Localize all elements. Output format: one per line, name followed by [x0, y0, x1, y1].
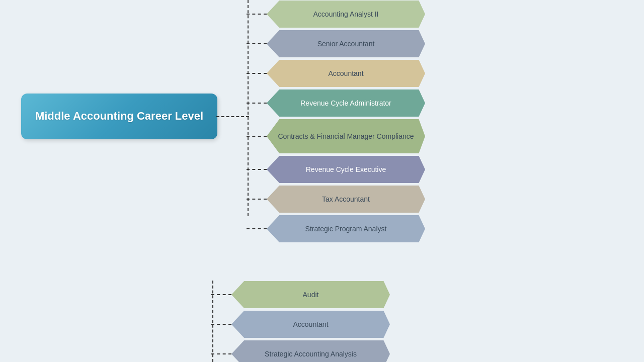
branch-label-revenue-cycle-exec: Revenue Cycle Executive: [296, 165, 396, 174]
branch-wrapper-3: Revenue Cycle Administrator: [267, 89, 425, 117]
h-connector-7: [247, 228, 267, 229]
h-connector-bottom-2: [211, 353, 231, 354]
branch-label-accountant: Accountant: [318, 69, 373, 78]
branch-label-senior-accountant: Senior Accountant: [307, 39, 385, 48]
branch-wrapper-7: Strategic Program Analyst: [267, 215, 425, 242]
branch-label-tax-accountant: Tax Accountant: [312, 195, 380, 204]
branch-wrapper-bottom-2: Strategic Accounting Analysis: [231, 340, 390, 362]
branch-wrapper-bottom-0: Audit: [231, 281, 390, 308]
h-connector-bottom-1: [211, 324, 231, 325]
branch-wrapper-2: Accountant: [267, 60, 425, 87]
h-connector-main: [216, 116, 249, 117]
branch-wrapper-6: Tax Accountant: [267, 186, 425, 213]
branch-label-accountant-2: Accountant: [283, 320, 338, 329]
branch-node-accountant[interactable]: Accountant: [267, 60, 425, 87]
branch-node-strategic-accounting[interactable]: Strategic Accounting Analysis: [231, 340, 390, 362]
branch-node-senior-accountant[interactable]: Senior Accountant: [267, 30, 425, 57]
branch-node-accountant-2[interactable]: Accountant: [231, 311, 390, 338]
branch-wrapper-5: Revenue Cycle Executive: [267, 156, 425, 183]
branch-node-contracts-manager[interactable]: Contracts & Financial Manager Compliance: [267, 119, 425, 153]
branch-node-accounting-analyst[interactable]: Accounting Analyst II: [267, 1, 425, 28]
vertical-connector-top: [248, 0, 249, 216]
branch-wrapper-0: Accounting Analyst II: [267, 1, 425, 28]
branch-label-strategic-analyst: Strategic Program Analyst: [295, 224, 397, 233]
h-connector-6: [247, 199, 267, 200]
bottom-branch-container: Audit Accountant Strategic Accounting An…: [231, 281, 390, 362]
branch-label-accounting-analyst: Accounting Analyst II: [303, 10, 389, 19]
h-connector-1: [247, 43, 267, 44]
h-connector-3: [247, 103, 267, 104]
central-node-label: Middle Accounting Career Level: [35, 109, 203, 124]
branch-node-tax-accountant[interactable]: Tax Accountant: [267, 186, 425, 213]
h-connector-4: [247, 136, 267, 137]
branch-wrapper-4: Contracts & Financial Manager Compliance: [267, 119, 425, 153]
central-node: Middle Accounting Career Level: [21, 94, 217, 139]
branch-node-audit[interactable]: Audit: [231, 281, 390, 308]
branch-label-audit: Audit: [293, 290, 329, 299]
branch-wrapper-bottom-1: Accountant: [231, 311, 390, 338]
branch-label-revenue-cycle-admin: Revenue Cycle Administrator: [290, 99, 401, 108]
branch-label-strategic-accounting: Strategic Accounting Analysis: [255, 349, 367, 358]
branch-label-contracts-manager: Contracts & Financial Manager Compliance: [268, 132, 424, 141]
branch-node-revenue-cycle-admin[interactable]: Revenue Cycle Administrator: [267, 89, 425, 117]
h-connector-2: [247, 73, 267, 74]
branch-node-strategic-analyst[interactable]: Strategic Program Analyst: [267, 215, 425, 242]
h-connector-5: [247, 169, 267, 170]
h-connector-0: [247, 14, 267, 15]
top-branch-container: Accounting Analyst II Senior Accountant …: [267, 0, 425, 243]
h-connector-bottom-0: [211, 294, 231, 295]
diagram-container: Middle Accounting Career Level Accountin…: [0, 0, 644, 362]
vertical-connector-bottom: [212, 281, 213, 362]
branch-node-revenue-cycle-exec[interactable]: Revenue Cycle Executive: [267, 156, 425, 183]
branch-wrapper-1: Senior Accountant: [267, 30, 425, 57]
